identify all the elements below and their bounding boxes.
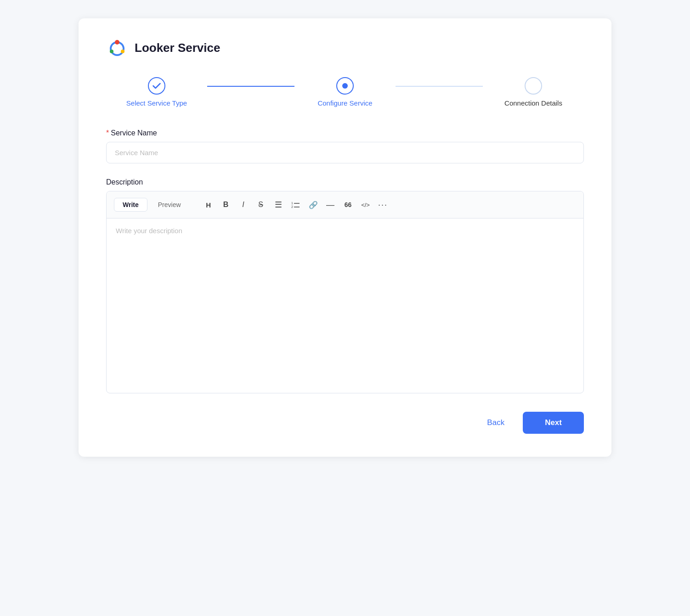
description-section: Description Write Preview H B I S ☰ 1 2	[106, 178, 584, 393]
strikethrough-button[interactable]: S	[253, 197, 269, 213]
main-card: Looker Service Select Service Type Confi…	[79, 18, 611, 457]
service-name-label: * Service Name	[106, 129, 584, 137]
header: Looker Service	[106, 37, 584, 59]
description-label: Description	[106, 178, 584, 186]
step-1-label: Select Service Type	[126, 99, 187, 107]
more-options-button[interactable]: ···	[375, 197, 391, 213]
bold-button[interactable]: B	[218, 197, 234, 213]
tab-write-button[interactable]: Write	[114, 198, 147, 212]
step-connection-details: Connection Details	[483, 77, 584, 107]
service-name-section: * Service Name	[106, 129, 584, 163]
required-star: *	[106, 129, 109, 137]
link-button[interactable]: 🔗	[305, 197, 321, 213]
tab-preview-button[interactable]: Preview	[149, 198, 190, 212]
unordered-list-button[interactable]: ☰	[271, 197, 286, 213]
heading-button[interactable]: H	[201, 197, 216, 213]
editor-toolbar: Write Preview H B I S ☰ 1 2 🔗 —	[107, 191, 583, 218]
code-button[interactable]: </>	[358, 197, 373, 213]
editor-body[interactable]: Write your description	[107, 218, 583, 393]
quote-button[interactable]: 66	[340, 197, 356, 213]
ordered-list-button[interactable]: 1 2	[288, 197, 304, 213]
step-select-service-type: Select Service Type	[106, 77, 207, 107]
description-editor: Write Preview H B I S ☰ 1 2 🔗 —	[106, 191, 584, 393]
horizontal-rule-button[interactable]: —	[323, 197, 339, 213]
italic-button[interactable]: I	[236, 197, 251, 213]
stepper: Select Service Type Configure Service Co…	[106, 77, 584, 107]
back-button[interactable]: Back	[478, 414, 514, 432]
step-configure-service: Configure Service	[294, 77, 396, 107]
step-3-circle	[525, 77, 542, 95]
svg-text:2: 2	[291, 205, 293, 208]
svg-point-1	[115, 40, 119, 45]
step-2-circle	[336, 77, 354, 95]
next-button[interactable]: Next	[523, 412, 584, 434]
step-2-label: Configure Service	[317, 99, 372, 107]
svg-text:1: 1	[291, 202, 293, 205]
connector-1	[207, 86, 294, 87]
step-1-circle	[148, 77, 165, 95]
logo-icon	[106, 37, 128, 59]
footer: Back Next	[106, 412, 584, 434]
app-title: Looker Service	[135, 41, 220, 55]
svg-point-3	[110, 50, 113, 53]
service-name-input[interactable]	[106, 142, 584, 163]
connector-2	[396, 86, 483, 87]
editor-placeholder: Write your description	[116, 227, 182, 235]
step-3-label: Connection Details	[504, 99, 562, 107]
svg-point-2	[121, 50, 124, 53]
